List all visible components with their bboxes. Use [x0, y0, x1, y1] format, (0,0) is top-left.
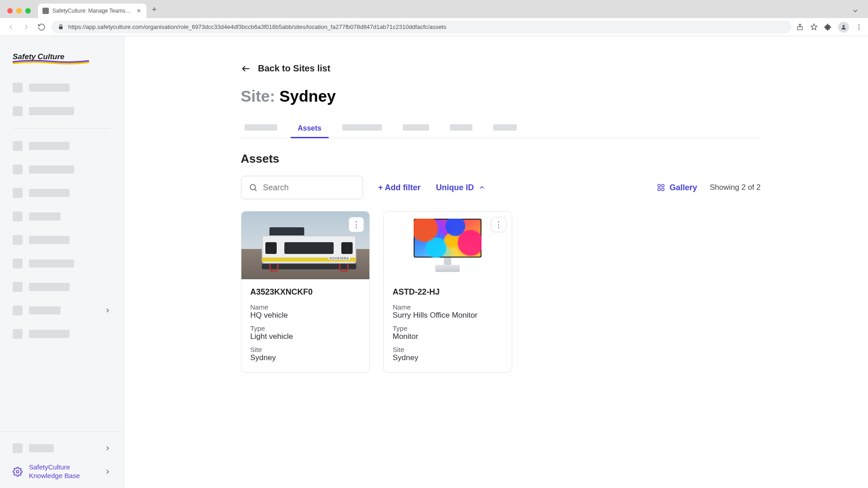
share-icon[interactable] — [796, 23, 804, 31]
asset-image: KOVATERA ⋮ — [241, 211, 369, 279]
window-minimize-icon[interactable] — [16, 8, 22, 14]
sidebar-item-placeholder[interactable] — [9, 436, 115, 460]
tab-placeholder[interactable] — [446, 119, 476, 138]
card-menu-button[interactable]: ⋮ — [349, 217, 364, 232]
page-title: Site: Sydney — [241, 87, 761, 105]
chrome-actions — [796, 22, 863, 33]
sidebar-item-placeholder[interactable] — [9, 158, 115, 181]
asset-site: Sydney — [393, 353, 503, 362]
sidebar-item-placeholder[interactable] — [9, 252, 115, 275]
svg-point-1 — [843, 25, 845, 27]
arrow-left-icon — [241, 64, 251, 74]
svg-point-8 — [250, 184, 255, 190]
sidebar-item-placeholder[interactable] — [9, 275, 115, 299]
window-controls — [5, 8, 35, 18]
asset-type: Monitor — [393, 332, 503, 341]
toolbar: + Add filter Unique ID Gallery Showing 2… — [241, 176, 761, 199]
view-mode-label: Gallery — [670, 183, 697, 192]
tab-strip: SafetyCulture: Manage Teams and ... ✕ + — [0, 0, 868, 18]
tab-assets[interactable]: Assets — [294, 119, 325, 138]
asset-name: HQ vehicle — [250, 311, 360, 320]
sidebar-item-placeholder[interactable] — [9, 322, 115, 346]
asset-site: Sydney — [250, 353, 360, 362]
bookmark-icon[interactable] — [810, 23, 818, 31]
add-filter-button[interactable]: + Add filter — [378, 183, 421, 192]
search-input[interactable] — [263, 183, 368, 192]
svg-text:Safety: Safety — [13, 52, 37, 61]
chevron-up-icon — [478, 184, 486, 191]
asset-id: A3523KXNCKF0 — [250, 287, 360, 297]
window-maximize-icon[interactable] — [25, 8, 31, 14]
asset-id: ASTD-22-HJ — [393, 287, 503, 297]
svg-point-3 — [859, 26, 859, 27]
svg-point-2 — [859, 24, 859, 25]
sidebar-item-placeholder[interactable] — [9, 299, 115, 322]
sidebar-item-placeholder[interactable] — [9, 99, 115, 123]
nav-reload-button[interactable] — [36, 22, 47, 33]
svg-rect-10 — [661, 184, 664, 187]
application: Safety Culture — [0, 36, 868, 488]
browser-tab[interactable]: SafetyCulture: Manage Teams and ... ✕ — [38, 4, 146, 18]
address-bar: https://app.safetyculture.com/organisati… — [0, 18, 868, 36]
sidebar-separator — [14, 128, 110, 129]
sidebar-item-placeholder[interactable] — [9, 181, 115, 205]
asset-card[interactable]: ⋮ ASTD-22-HJ NameSurry Hills Office Moni… — [383, 211, 512, 373]
page-title-value: Sydney — [279, 87, 336, 105]
chevron-right-icon — [104, 307, 111, 314]
sidebar-item-knowledge-base[interactable]: SafetyCulture Knowledge Base — [9, 460, 115, 483]
page-title-prefix: Site: — [241, 87, 275, 105]
tab-title: SafetyCulture: Manage Teams and ... — [52, 8, 132, 14]
sidebar-item-label: SafetyCulture Knowledge Base — [29, 463, 80, 480]
sidebar-nav — [0, 74, 124, 347]
nav-forward-button[interactable] — [21, 22, 32, 33]
profile-avatar[interactable] — [838, 22, 849, 33]
sidebar-item-placeholder[interactable] — [9, 228, 115, 252]
svg-rect-12 — [661, 188, 664, 191]
grid-icon — [657, 183, 665, 192]
svg-rect-11 — [658, 188, 660, 191]
sidebar: Safety Culture — [0, 36, 124, 488]
svg-point-7 — [16, 470, 19, 473]
new-tab-button[interactable]: + — [146, 5, 162, 18]
sidebar-item-placeholder[interactable] — [9, 205, 115, 228]
back-to-sites-link[interactable]: Back to Sites list — [241, 63, 330, 74]
sidebar-item-placeholder[interactable] — [9, 76, 115, 99]
asset-cards: KOVATERA ⋮ A3523KXNCKF0 NameHQ vehicle T… — [241, 211, 761, 373]
svg-point-4 — [859, 28, 859, 29]
tabs: Assets — [241, 119, 761, 138]
kebab-icon: ⋮ — [495, 220, 503, 230]
search-input-wrapper[interactable] — [241, 176, 363, 199]
kebab-icon: ⋮ — [352, 220, 360, 230]
tab-label: Assets — [298, 124, 321, 132]
chevron-right-icon — [104, 468, 111, 475]
asset-card-body: ASTD-22-HJ NameSurry Hills Office Monito… — [384, 279, 512, 372]
brand-logo[interactable]: Safety Culture — [0, 36, 124, 74]
asset-name: Surry Hills Office Monitor — [393, 311, 503, 320]
sidebar-item-placeholder[interactable] — [9, 134, 115, 158]
url-field[interactable]: https://app.safetyculture.com/organisati… — [52, 21, 792, 33]
field-label-site: Site — [393, 346, 503, 353]
svg-text:Culture: Culture — [38, 52, 65, 61]
favicon-icon — [42, 8, 49, 14]
view-mode-button[interactable]: Gallery — [657, 183, 697, 192]
toolbar-right: Gallery Showing 2 of 2 — [657, 183, 761, 192]
card-menu-button[interactable]: ⋮ — [491, 217, 506, 232]
extensions-icon[interactable] — [824, 23, 832, 31]
nav-back-button[interactable] — [5, 22, 16, 33]
window-close-icon[interactable] — [7, 8, 13, 14]
tab-placeholder[interactable] — [339, 119, 386, 138]
search-icon — [249, 183, 258, 192]
result-count: Showing 2 of 2 — [710, 183, 760, 192]
chevron-right-icon — [104, 445, 111, 452]
sort-label: Unique ID — [436, 183, 474, 192]
tab-placeholder[interactable] — [490, 119, 520, 138]
tab-placeholder[interactable] — [399, 119, 433, 138]
asset-card[interactable]: KOVATERA ⋮ A3523KXNCKF0 NameHQ vehicle T… — [241, 211, 370, 373]
asset-type: Light vehicle — [250, 332, 360, 341]
tab-placeholder[interactable] — [241, 119, 281, 138]
sort-button[interactable]: Unique ID — [436, 183, 486, 192]
tab-close-icon[interactable]: ✕ — [136, 8, 142, 14]
tabstrip-menu-icon[interactable] — [852, 7, 863, 18]
kebab-menu-icon[interactable] — [855, 23, 863, 31]
field-label-name: Name — [393, 303, 503, 311]
